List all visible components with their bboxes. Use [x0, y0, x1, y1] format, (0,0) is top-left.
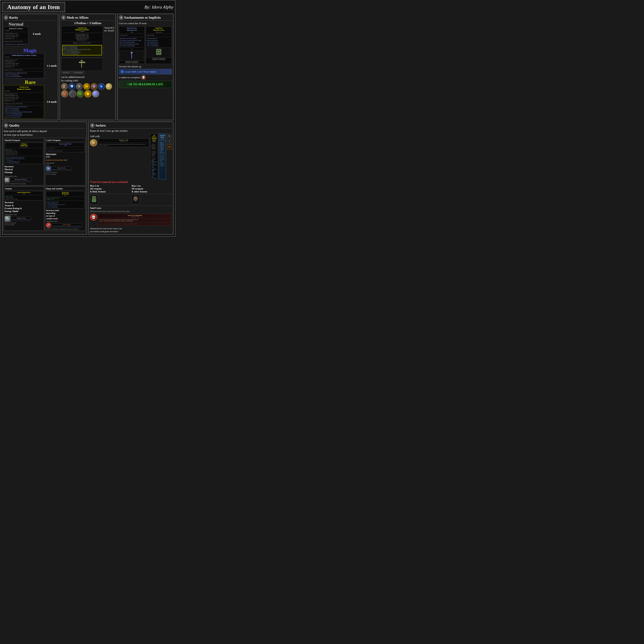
max-sockets-row: Max 2 on 2H weapons & Body Armour Max 1 …: [90, 185, 172, 204]
mw-mod4: +13% Physical Damage as Life: [6, 161, 42, 162]
compare-button[interactable]: COMPARE: [72, 71, 84, 74]
ec1-mod5: Gain 7 Mana per Enemy Killed: [120, 45, 144, 47]
mw-title2: Studded Club: [6, 145, 42, 146]
normal-label: Normal: [4, 22, 28, 27]
n-stat4: Reload Time: 0.75: [5, 38, 27, 39]
ec1-image: [120, 51, 144, 61]
max-1h-image: [132, 195, 140, 204]
ec2-mod5: +39% to Cold Resistance: [147, 45, 171, 47]
si-mod3: +19 to maximum Mana: [152, 167, 157, 171]
ec2-mod3: +109 to maximum Life...: [147, 41, 171, 43]
catalyst-card: Flesh Catalysm Adds quality that enhance…: [52, 223, 82, 227]
rarity-label: Rarity: [9, 16, 18, 19]
max-1h-title: Max 1 on 1H weapons & other Armour: [132, 185, 172, 194]
quality-header: ④ Quality: [4, 123, 85, 128]
m-mod3: +21% to Critical Damage Bonus: [5, 76, 43, 77]
ra-add-quality: Add quality with:: [46, 220, 85, 222]
mods-item-name2: Bombard Crossbow: [62, 29, 102, 31]
mods-stat5: Reload Time: 0.75: [62, 39, 102, 41]
mw-mod1: 69% increased Physical Damage as Base: [6, 157, 42, 158]
ra-catalyst-row: 🧪 Flesh Catalysm Adds quality that enhan…: [46, 223, 85, 228]
armourers-desc: Improves the quality of an armour piece: [12, 219, 30, 220]
side-icon-3: R: [167, 145, 172, 149]
mw-stat1: Physical Damage: 58-87: [6, 150, 42, 152]
arm-quality: Quality: +20%: [6, 196, 42, 197]
sockets-intro: Runes & Soul Cores go into Sockets: [90, 129, 172, 132]
whetstone-desc: Improves the quality of a Martial Weapon: [11, 180, 30, 181]
soul-core-icon: 💀: [90, 214, 97, 221]
ec2-buttons: Inspect Compare: [147, 58, 171, 60]
socket-side-icons: A I R: [167, 134, 172, 179]
ec1-compare[interactable]: Compare: [131, 61, 138, 63]
rare-card-title1: Carrion Core: [5, 86, 43, 88]
normal-row: Normal Bombard Crossbow Crossbow Physica…: [4, 22, 57, 47]
caster-header: Caster Weapons: [46, 139, 85, 142]
ra-type: Ring: [47, 195, 84, 196]
orb-extra5: 🔹: [92, 90, 99, 97]
armour-header: Armour: [5, 187, 43, 190]
ra-req: Requires: Level: [47, 199, 84, 200]
orb-extra1: 🏺: [61, 90, 68, 97]
cw-add-quality: Add qualitywith:: [46, 162, 85, 166]
enchant-content: Can't be crafted like ③ mods Behemoth So…: [119, 22, 172, 88]
title-bar: Anatomy of an Item By: Idora Alphy: [2, 2, 173, 12]
skill-grant-bar: Grants Skill: Level 7 Power Siphon: [119, 69, 172, 74]
mw-add-quality: Add quality with:: [5, 175, 43, 177]
ec2-inspect[interactable]: Inspect: [152, 58, 158, 60]
magic-card: Chilled Bombard Crossbow of Rage Crossbo…: [4, 53, 44, 78]
arm-add-quality: Add quality with:: [5, 213, 43, 215]
quality-intro: Item used to add quality & effects depen…: [4, 129, 85, 137]
mods-stat2: Elemental Damage: 6-10: [62, 35, 102, 36]
mods-label: Mods or Affixes: [67, 16, 88, 19]
arm-title: Superior Bound Bracers: [6, 192, 42, 193]
ec2-image: [147, 47, 171, 58]
normal-mod-count: 0 mods: [29, 33, 41, 35]
enchant-card-2: Glyph Keep Maraketh Cuirass Body Armour …: [146, 26, 172, 64]
gr-name: Glacial Rune: [160, 134, 165, 138]
gr-stack: Stack Size: 1/40: [160, 138, 165, 141]
gr-note: Place into an empty socket on equipment …: [160, 155, 165, 167]
m-stat5: Reload Time: 0.75: [5, 66, 43, 68]
m-req: Requires: Level 33, 43 Str, 43 Dex: [5, 69, 43, 71]
arcane-orb-icon: 🔮: [46, 166, 51, 171]
extra-orb-row: 🏺 ⬛ 🌿 ⭐ 🔹: [61, 90, 114, 97]
sc-mod2: Armour: 15% INCREASED ELEMENTAL AILMENT …: [99, 220, 171, 222]
mw-stat2: Critical Hit Chance: 5.00%: [6, 152, 42, 153]
mods-item-name1: Carrion Core: [62, 27, 102, 29]
cant-remove-warning: *Can't be removed once socketed!!: [90, 181, 172, 184]
ra-increases: Increases mod depending on type of catal…: [46, 209, 85, 220]
mw-drops: drops & obtained from salvaging: [5, 183, 43, 185]
ec2-sub: Maraketh Cuirass: [147, 29, 171, 31]
ec1-inspect[interactable]: Inspect: [125, 61, 131, 63]
mods-number: ②: [61, 15, 66, 20]
alt-note-wrapper: *hold ALT for details: [104, 26, 114, 74]
main-title: Anatomy of an Item: [2, 2, 65, 12]
rarity-header: ① Rarity: [4, 15, 57, 21]
orb-3: ⚙: [76, 83, 82, 90]
add-with-label: Add with: [90, 135, 149, 138]
ra-mod3: +32% to Fire Resistance: [47, 205, 84, 207]
ec1-req: Level 22, 52 Int: [120, 34, 144, 36]
si-type: Helmet: [152, 141, 157, 142]
ec1-name: Behemoth Song: [120, 27, 144, 29]
r-mod2: Adds 15 to 24 Fire Damage: [5, 108, 43, 109]
si-mod2: +25 to Maximum Life: [152, 163, 157, 167]
martial-weapons-box: Martial Weapons Sol Batter Studded Club …: [4, 138, 44, 186]
ra-max-quality: Maximum Quality is 50%: [47, 201, 84, 203]
bottom-row: ④ Quality Item used to add quality & eff…: [2, 122, 173, 235]
whetstone-icon: 🔧: [5, 178, 9, 182]
armourers-scrap-icon: 🔩: [5, 216, 10, 222]
inspect-button[interactable]: INSPECT: [61, 71, 72, 74]
magic-label: Magic: [4, 47, 57, 53]
soul-cores-desc: different buffs than runes but function …: [90, 210, 172, 213]
author: By: Idora Alphy: [144, 5, 173, 10]
cw-orb-row: 🔮 Arcane's Evolver Improves the quality …: [46, 166, 85, 171]
cant-craft-label: Can't be crafted like ③ mods: [119, 22, 172, 25]
ec1-sub: Siphoning Wand: [120, 29, 144, 31]
sockets-number: ⑤: [90, 123, 95, 128]
orb-extra2: ⬛: [69, 90, 76, 97]
ec2-compare[interactable]: Compare: [158, 58, 165, 60]
sc-stack: Stack Size: 1/40: [99, 216, 171, 218]
skill-grant-text: Grants Skill: Level 7 Power Siphon: [125, 70, 156, 73]
arm-drops: drops & obtained from salvaging: [5, 222, 43, 226]
